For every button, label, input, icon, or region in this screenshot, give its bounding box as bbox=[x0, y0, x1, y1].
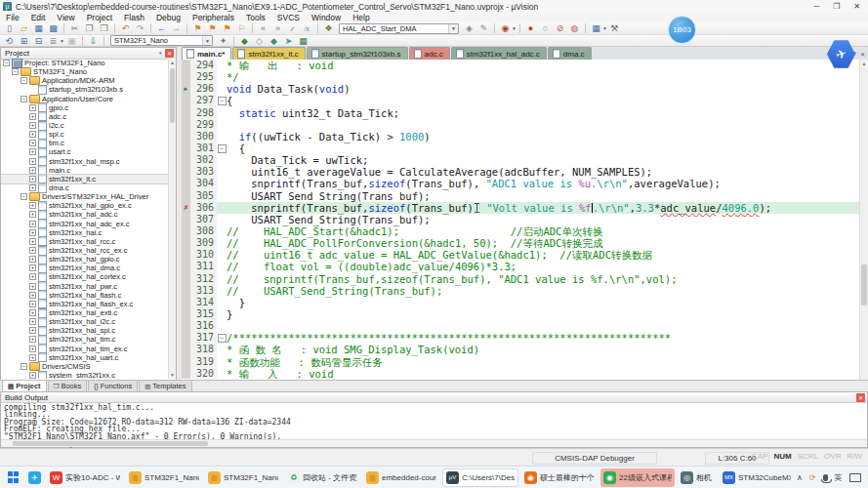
bookmark-next-icon[interactable]: ⚑ bbox=[221, 23, 233, 34]
tree-item[interactable]: +tim.c bbox=[1, 139, 170, 147]
tree-item[interactable]: +stm32f1xx_hal_dma.c bbox=[1, 264, 170, 272]
tree-item[interactable]: +stm32f1xx_hal_cortex.c bbox=[1, 272, 170, 281]
window-layout-icon-dropdown[interactable]: ▼ bbox=[602, 25, 607, 31]
folder-window-3[interactable]: ▆embedded-course-r bbox=[363, 468, 439, 487]
expand-icon[interactable]: + bbox=[29, 131, 36, 138]
manage-rte-icon[interactable]: ◆ bbox=[238, 35, 251, 46]
breakpoint-insert-icon[interactable]: ● bbox=[524, 23, 537, 34]
bird-app[interactable]: ✈ bbox=[25, 468, 44, 487]
tree-item[interactable]: +stm32f1xx_hal_flash_ex.c bbox=[1, 300, 170, 308]
fold-icon[interactable]: − bbox=[218, 334, 227, 343]
panel-tab-project[interactable]: ▤Project bbox=[2, 380, 47, 391]
tree-item[interactable]: +dma.c bbox=[1, 183, 170, 192]
code-line[interactable]: 299 bbox=[182, 119, 860, 131]
configure-wrench-icon[interactable]: ⚒ bbox=[608, 23, 621, 34]
start-button[interactable] bbox=[4, 468, 22, 487]
code-line[interactable]: 305 USART_Send_String(Trans_buf); bbox=[182, 190, 860, 202]
navigate-back-icon[interactable]: ← bbox=[155, 23, 168, 34]
menu-item-debug[interactable]: Debug bbox=[150, 13, 186, 22]
boards-icon[interactable]: ◆ bbox=[268, 35, 280, 46]
tree-item[interactable]: +stm32f1xx_hal_pwr.c bbox=[1, 282, 170, 291]
course-app[interactable]: ◉22级嵌入式课程 bbox=[600, 468, 675, 487]
expand-icon[interactable]: + bbox=[29, 158, 36, 165]
refresh-icon[interactable]: ➤ bbox=[282, 35, 295, 46]
cubemx-window[interactable]: MXSTM32CubeMX STM bbox=[720, 468, 794, 487]
editor-tab-stm32f1xx-it-c[interactable]: stm32f1xx_it.c bbox=[232, 47, 305, 60]
translate-icon[interactable]: ⟲ bbox=[3, 35, 16, 46]
tree-item[interactable]: +adc.c bbox=[1, 112, 170, 121]
code-line[interactable]: 302 Data_Tick = uwTick; bbox=[182, 154, 860, 166]
expand-icon[interactable]: + bbox=[29, 336, 36, 343]
editor-tab-dma-c[interactable]: dma.c bbox=[548, 47, 592, 60]
save-all-icon[interactable]: ▩ bbox=[47, 23, 60, 34]
chevron-down-icon[interactable]: ▼ bbox=[448, 24, 458, 33]
expand-icon[interactable]: + bbox=[29, 202, 36, 209]
floating-bubble[interactable]: 1B03 bbox=[668, 16, 696, 44]
menu-item-help[interactable]: Help bbox=[347, 13, 375, 22]
expand-icon[interactable]: + bbox=[29, 346, 36, 352]
code-line[interactable]: 317−/***********************************… bbox=[182, 332, 860, 344]
copy-icon[interactable]: ❐ bbox=[83, 23, 96, 34]
symbol-search-combo[interactable]: HAL_ADC_Start_DMA▼ bbox=[339, 23, 459, 34]
scroll-down-icon[interactable]: ▼ bbox=[169, 371, 176, 379]
batch-build-icon-dropdown[interactable]: ▼ bbox=[60, 38, 64, 44]
code-line[interactable]: 314 } bbox=[182, 297, 860, 308]
code-line[interactable]: 310// uint16_t adc_value = HAL_ADC_GetVa… bbox=[182, 249, 860, 261]
chevron-down-icon[interactable]: ▼ bbox=[202, 36, 212, 45]
tree-item[interactable]: +system_stm32f1xx.c bbox=[1, 371, 170, 379]
code-line[interactable]: 318* 函 数 名 : void SMG_Display_Task(void) bbox=[182, 344, 860, 355]
code-line[interactable]: 315} bbox=[182, 308, 860, 320]
debug-magnifier-icon[interactable]: ◉ bbox=[499, 23, 512, 34]
incremental-find-icon[interactable]: ✎ bbox=[477, 23, 490, 34]
menu-item-view[interactable]: View bbox=[51, 13, 80, 22]
tree-item[interactable]: +stm32f1xx_hal_rcc_ex.c bbox=[1, 246, 170, 255]
tree-item[interactable]: +stm32f1xx_hal_adc_ex.c bbox=[1, 220, 170, 228]
collapse-icon[interactable]: − bbox=[21, 77, 27, 84]
expand-icon[interactable]: + bbox=[29, 309, 36, 316]
code-line[interactable]: ▶296void Data_Task(void) bbox=[182, 83, 860, 95]
menu-item-edit[interactable]: Edit bbox=[25, 13, 52, 22]
expand-icon[interactable]: + bbox=[29, 211, 36, 218]
fold-icon[interactable]: − bbox=[218, 144, 227, 153]
menu-item-window[interactable]: Window bbox=[306, 13, 347, 22]
input-language-indicator[interactable]: 英 bbox=[835, 472, 843, 483]
comment-icon[interactable]: ∕∕ bbox=[286, 23, 299, 34]
collapse-icon[interactable]: − bbox=[21, 193, 27, 200]
new-file-icon[interactable]: ▯ bbox=[3, 23, 16, 34]
tree-item[interactable]: −Application/MDK-ARM bbox=[1, 76, 170, 85]
collapse-icon[interactable]: − bbox=[21, 363, 27, 370]
menu-item-svcs[interactable]: SVCS bbox=[271, 13, 306, 22]
tree-item[interactable]: −STM32F1_Nano bbox=[1, 67, 170, 76]
code-line[interactable]: ✗306 snprintf(Trans_buf,sizeof(Trans_buf… bbox=[182, 202, 860, 214]
expand-icon[interactable]: + bbox=[29, 372, 36, 379]
batch-build-icon[interactable]: ≣ bbox=[47, 35, 60, 46]
expand-icon[interactable]: + bbox=[29, 301, 36, 307]
project-close-icon[interactable]: ✕ bbox=[165, 49, 174, 58]
bookmark-toggle-icon[interactable]: ⚑ bbox=[191, 23, 204, 34]
expand-icon[interactable]: + bbox=[29, 104, 36, 111]
scroll-up-icon[interactable]: ▲ bbox=[169, 59, 176, 66]
tree-item[interactable]: +stm32f1xx_hal.c bbox=[1, 228, 170, 237]
editor-tab-stm32f1xx-hal-adc-c[interactable]: stm32f1xx_hal_adc.c bbox=[451, 47, 547, 60]
tree-item[interactable]: +stm32f1xx_hal_adc.c bbox=[1, 210, 170, 219]
folder-window-1[interactable]: ▆STM32F1_Nano - 文件 bbox=[126, 468, 202, 487]
code-line[interactable]: 308// HAL_ADC_Start(&hadc1); //启动ADC单次转换 bbox=[182, 225, 860, 237]
code-area[interactable]: 294* 输 出 : void295*/▶296void Data_Task(v… bbox=[182, 60, 860, 379]
fold-icon[interactable]: − bbox=[218, 97, 227, 105]
menu-item-flash[interactable]: Flash bbox=[118, 13, 150, 22]
collapse-icon[interactable]: − bbox=[12, 68, 19, 75]
pack-installer-icon[interactable]: ◇ bbox=[253, 35, 266, 46]
flash-download-icon[interactable]: ⇩ bbox=[87, 35, 100, 46]
expand-icon[interactable]: + bbox=[29, 238, 36, 245]
menu-item-peripherals[interactable]: Peripherals bbox=[186, 13, 240, 22]
editor-tab-main-c-[interactable]: main.c* bbox=[182, 47, 231, 60]
tree-item[interactable]: +gpio.c bbox=[1, 103, 170, 112]
breakpoint-toggle-icon[interactable]: ○ bbox=[539, 23, 552, 34]
tree-item[interactable]: +stm32f1xx_hal_gpio.c bbox=[1, 255, 170, 264]
code-line[interactable]: 300 if((uwTick - Data_Tick) > 1000) bbox=[182, 131, 860, 142]
code-line[interactable]: 312// snprintf(Trans_buf,sizeof(Trans_bu… bbox=[182, 273, 860, 285]
collapse-icon[interactable]: − bbox=[3, 60, 10, 66]
tree-item[interactable]: +stm32f1xx_hal_spi.c bbox=[1, 326, 170, 335]
expand-icon[interactable]: + bbox=[29, 318, 36, 325]
tree-item[interactable]: −Drivers/CMSIS bbox=[1, 362, 170, 371]
